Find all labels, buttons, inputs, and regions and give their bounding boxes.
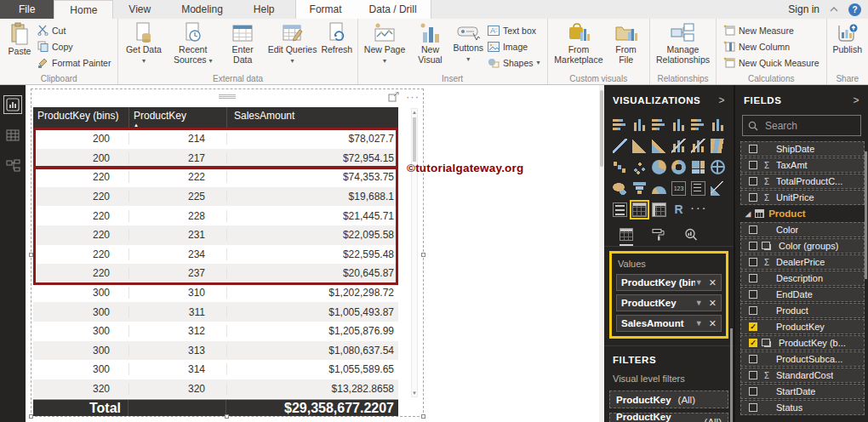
field-item-status[interactable]: Status <box>740 400 865 415</box>
table-scrollbar[interactable]: ▲ ▼ <box>411 108 418 397</box>
filter-well-productkey-bins[interactable]: ProductKey (bins)(All) <box>609 413 728 422</box>
new-visual-button[interactable]: New Visual <box>408 20 452 66</box>
viz-icon-slicer[interactable] <box>613 202 627 217</box>
table-row[interactable]: 220237$20,645.87 <box>33 264 398 283</box>
table-row[interactable]: 220231$22,095.58 <box>33 225 398 245</box>
manage-relationships-button[interactable]: Manage Relationships <box>654 20 712 66</box>
viz-icon-funnel[interactable] <box>632 181 647 196</box>
data-view-button[interactable] <box>3 126 22 145</box>
column-header-productkey[interactable]: ProductKey▲ <box>128 107 226 129</box>
table-row[interactable]: 300313$1,080,637.54 <box>33 341 398 361</box>
checkbox[interactable] <box>749 387 757 396</box>
viz-icon-scatter[interactable] <box>632 160 647 174</box>
resize-handle[interactable] <box>29 414 33 419</box>
viz-pane-scrollbar[interactable] <box>730 328 733 422</box>
scroll-up-icon[interactable]: ▲ <box>412 110 417 115</box>
tab-fields[interactable] <box>620 228 633 246</box>
field-item-color-groups[interactable]: Color (groups) <box>740 238 865 254</box>
checkbox[interactable] <box>749 274 757 282</box>
viz-icon-map[interactable] <box>711 160 725 174</box>
viz-icon-pie[interactable] <box>652 160 666 174</box>
checkbox[interactable] <box>749 355 757 363</box>
new-page-button[interactable]: New Page ▾ <box>362 20 408 67</box>
format-painter-button[interactable]: Format Painter <box>34 54 114 71</box>
new-column-button[interactable]: New Column <box>720 38 823 54</box>
field-item-unitprice[interactable]: ΣUnitPrice <box>740 190 865 205</box>
column-header-bins[interactable]: ProductKey (bins) <box>33 107 128 129</box>
field-item-startdate[interactable]: StartDate <box>740 384 865 399</box>
table-row[interactable]: 300314$1,055,589.65 <box>33 360 398 379</box>
checkbox-checked[interactable] <box>749 339 757 347</box>
help-icon[interactable]: ? <box>848 3 861 16</box>
field-item-taxamt[interactable]: ΣTaxAmt <box>740 157 865 173</box>
checkbox[interactable] <box>749 177 757 185</box>
viz-icon-gauge[interactable] <box>652 186 666 194</box>
copy-button[interactable]: Copy <box>34 38 114 54</box>
viz-icon-treemap[interactable] <box>691 160 705 174</box>
table-row[interactable]: 300312$1,205,876.99 <box>33 322 398 341</box>
table-row[interactable]: 220222$74,353.75 <box>33 168 398 187</box>
field-item-color[interactable]: Color <box>740 222 865 237</box>
viz-icon-clustered-bar[interactable] <box>652 117 666 132</box>
report-view-button[interactable] <box>3 95 22 114</box>
enter-data-button[interactable]: Enter Data <box>220 20 265 66</box>
tab-format[interactable]: Format <box>296 0 356 19</box>
tab-analytics[interactable] <box>684 228 698 246</box>
field-item-standardcost[interactable]: ΣStandardCost <box>740 368 865 383</box>
field-item-productsubcategory[interactable]: ProductSubca... <box>740 351 865 367</box>
from-marketplace-button[interactable]: From Marketplace <box>551 20 607 66</box>
checkbox[interactable] <box>749 290 757 299</box>
field-well-productkey[interactable]: ProductKey ▼ ✕ <box>616 294 722 311</box>
viz-icon-card[interactable] <box>671 181 686 196</box>
new-measure-button[interactable]: New Measure <box>720 22 823 38</box>
chevron-down-icon[interactable]: ▼ <box>695 278 703 287</box>
scrollbar-thumb[interactable] <box>413 117 416 162</box>
viz-icon-table-selected[interactable] <box>632 202 647 217</box>
chevron-down-icon[interactable]: ▼ <box>695 299 703 307</box>
tab-data-drill[interactable]: Data / Drill <box>356 0 431 19</box>
checkbox[interactable] <box>749 161 757 169</box>
shapes-button[interactable]: Shapes ▾ <box>484 54 544 71</box>
table-row[interactable]: 300311$1,005,493.87 <box>33 302 398 322</box>
viz-icon-more-options[interactable] <box>691 202 705 217</box>
report-canvas[interactable]: ··· ProductKey (bins) ProductKey▲ SalesA… <box>26 85 599 422</box>
scrollbar-thumb[interactable] <box>600 90 603 167</box>
tab-help[interactable]: Help <box>238 0 290 19</box>
remove-field-icon[interactable]: ✕ <box>709 298 717 309</box>
field-item-description[interactable]: Description <box>740 271 865 286</box>
search-input[interactable] <box>763 119 848 133</box>
buttons-button[interactable]: Buttons▾ <box>453 20 484 66</box>
recent-sources-button[interactable]: Recent Sources ▾ <box>165 20 220 67</box>
table-row[interactable]: 200214$78,027.7 <box>33 129 398 149</box>
field-item-productkey-bins[interactable]: ProductKey (b... <box>740 335 865 351</box>
paste-button[interactable]: Paste <box>5 20 34 59</box>
tab-view[interactable]: View <box>113 0 166 19</box>
field-well-productkey-bins[interactable]: ProductKey (bins) ▼ ✕ <box>616 274 722 291</box>
resize-handle[interactable] <box>421 414 425 419</box>
table-row[interactable]: 220228$21,445.71 <box>33 206 398 225</box>
more-options-icon[interactable]: ··· <box>406 93 420 101</box>
collapse-pane-icon[interactable]: > <box>718 94 725 106</box>
get-data-button[interactable]: Get Data ▾ <box>122 20 165 67</box>
new-quick-measure-button[interactable]: New Quick Measure <box>720 54 823 71</box>
resize-handle[interactable] <box>29 253 33 257</box>
checkbox[interactable] <box>749 403 757 412</box>
field-item-shipdate[interactable]: ShipDate <box>740 141 865 157</box>
column-header-salesamount[interactable]: SalesAmount <box>226 107 398 129</box>
edit-queries-button[interactable]: Edit Queries ▾ <box>265 20 320 67</box>
checkbox[interactable] <box>749 145 757 153</box>
table-row[interactable]: 200217$72,954.15 <box>33 149 398 168</box>
resize-handle[interactable] <box>421 253 425 257</box>
viz-icon-r-script[interactable] <box>671 202 686 217</box>
viz-icon-kpi[interactable] <box>711 181 725 196</box>
viz-icon-donut[interactable] <box>671 160 686 174</box>
checkbox[interactable] <box>749 371 757 379</box>
viz-icon-stacked-area[interactable] <box>652 139 666 153</box>
viz-icon-stacked-column[interactable] <box>632 117 647 132</box>
scroll-down-icon[interactable]: ▼ <box>412 391 417 396</box>
expander-icon[interactable]: ◢ <box>745 210 751 218</box>
fields-search-box[interactable] <box>742 115 861 136</box>
table-visual[interactable]: ··· ProductKey (bins) ProductKey▲ SalesA… <box>31 88 424 417</box>
publish-button[interactable]: Publish <box>831 20 865 57</box>
viz-icon-waterfall[interactable] <box>613 160 627 174</box>
